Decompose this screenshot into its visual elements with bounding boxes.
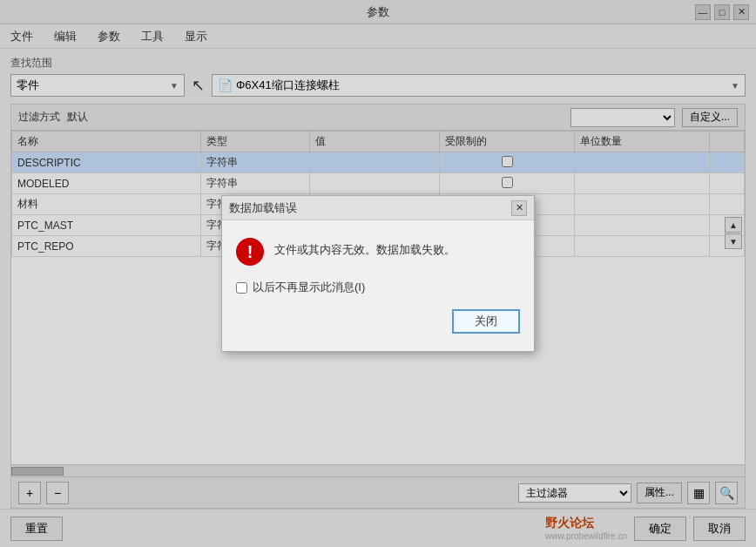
dialog-close-button[interactable]: 关闭 <box>452 309 520 334</box>
error-icon: ! <box>236 238 264 266</box>
no-show-checkbox[interactable] <box>236 282 247 294</box>
dialog-overlay: 数据加载错误 ✕ ! 文件或其内容无效。数据加载失败。 以后不再显示此消息(I)… <box>0 0 756 547</box>
dialog-message: 文件或其内容无效。数据加载失败。 <box>274 238 456 259</box>
error-dialog: 数据加载错误 ✕ ! 文件或其内容无效。数据加载失败。 以后不再显示此消息(I)… <box>221 195 535 352</box>
dialog-btn-row: 关闭 <box>236 309 520 334</box>
dialog-message-row: ! 文件或其内容无效。数据加载失败。 <box>236 238 520 266</box>
no-show-label: 以后不再显示此消息(I) <box>253 280 365 295</box>
dialog-close-icon-button[interactable]: ✕ <box>511 200 527 216</box>
main-window: 参数 — □ ✕ 文件 编辑 参数 工具 显示 查找范围 零件 ▼ ↖ 📄 Φ6… <box>0 0 756 547</box>
dialog-title: 数据加载错误 <box>229 200 297 216</box>
dialog-checkbox-row: 以后不再显示此消息(I) <box>236 280 520 295</box>
dialog-body: ! 文件或其内容无效。数据加载失败。 以后不再显示此消息(I) 关闭 <box>222 220 534 344</box>
dialog-title-bar: 数据加载错误 ✕ <box>222 196 534 220</box>
